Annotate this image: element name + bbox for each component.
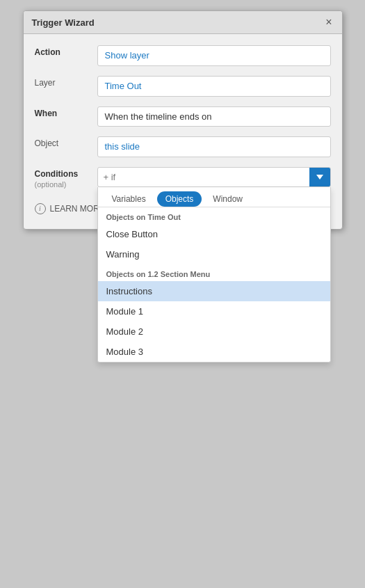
chevron-down-icon [316, 175, 323, 180]
list-item[interactable]: Module 3 [98, 342, 330, 362]
dialog-body: Action Show layer Layer Time Out When Wh… [24, 34, 342, 229]
trigger-wizard-dialog: Trigger Wizard × Action Show layer Layer… [23, 10, 343, 230]
when-text-underline: timeline ends [146, 111, 200, 122]
when-row: When When the timeline ends on [35, 106, 331, 127]
object-value: this slide [97, 136, 331, 157]
conditions-row: Conditions (optional) Variables [35, 167, 331, 189]
list-item[interactable]: Close Button [98, 224, 330, 244]
learn-more-label: LEARN MORE [50, 204, 105, 214]
tab-objects[interactable]: Objects [157, 191, 202, 207]
close-button[interactable]: × [324, 17, 333, 28]
when-label: When [35, 106, 97, 118]
object-row: Object this slide [35, 136, 331, 157]
when-block: When the timeline ends on [97, 106, 331, 127]
conditions-dropdown-button[interactable] [309, 168, 330, 186]
learn-more-button[interactable]: i LEARN MORE [35, 203, 105, 214]
when-text-prefix: When the [105, 111, 144, 122]
list-item[interactable]: Module 2 [98, 321, 330, 342]
action-label: Action [35, 45, 97, 57]
layer-label: Layer [35, 76, 97, 88]
when-text-suffix: on [202, 111, 211, 122]
list-item[interactable]: Warning [98, 244, 330, 264]
conditions-input[interactable] [98, 168, 309, 186]
conditions-dropdown-panel: Variables Objects Window Objects on Time… [97, 187, 331, 363]
object-label: Object [35, 136, 97, 148]
layer-row: Layer Time Out [35, 76, 331, 97]
dropdown-group1-label: Objects on Time Out [98, 207, 330, 224]
tab-window[interactable]: Window [204, 191, 251, 207]
dropdown-tabs: Variables Objects Window [98, 187, 330, 207]
info-icon: i [35, 203, 46, 214]
svg-marker-0 [316, 175, 323, 180]
list-item[interactable]: Module 1 [98, 301, 330, 321]
dropdown-group2-label: Objects on 1.2 Section Menu [98, 264, 330, 281]
tab-variables[interactable]: Variables [104, 191, 154, 207]
layer-value: Time Out [97, 76, 331, 97]
action-row: Action Show layer [35, 45, 331, 66]
conditions-sub-label: (optional) [35, 180, 67, 189]
dialog-titlebar: Trigger Wizard × [24, 11, 342, 34]
conditions-label: Conditions [35, 169, 97, 179]
dialog-title: Trigger Wizard [32, 17, 95, 28]
action-value: Show layer [97, 45, 331, 66]
conditions-label-block: Conditions (optional) [35, 167, 97, 189]
conditions-input-row [97, 167, 331, 187]
list-item-instructions[interactable]: Instructions [98, 281, 330, 301]
conditions-control: Variables Objects Window Objects on Time… [97, 167, 331, 187]
